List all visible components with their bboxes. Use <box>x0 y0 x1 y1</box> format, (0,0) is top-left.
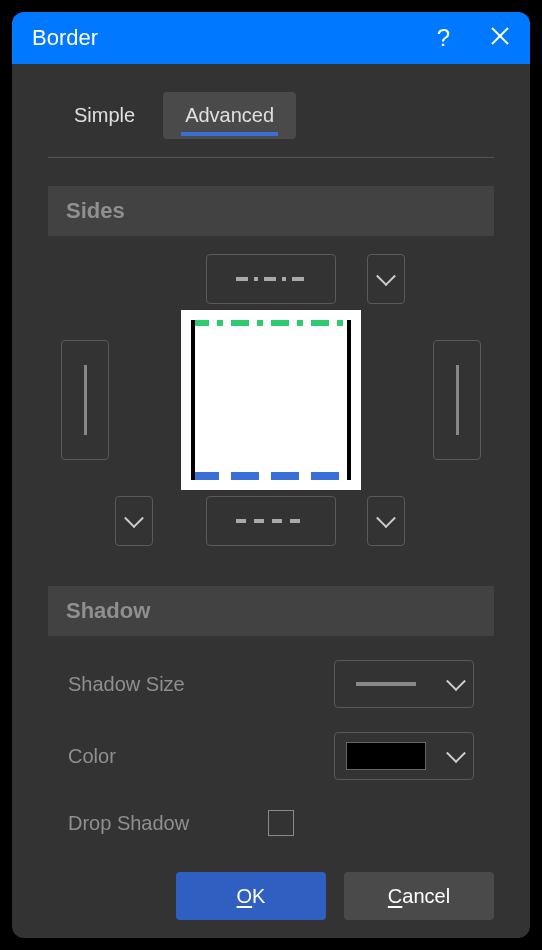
shadow-size-label: Shadow Size <box>68 673 334 696</box>
left-border-style-button[interactable] <box>61 340 109 460</box>
chevron-down-icon <box>376 508 396 528</box>
bottom-border-style-button[interactable] <box>206 496 336 546</box>
shadow-size-combo[interactable] <box>334 660 474 708</box>
section-sides-header: Sides <box>48 186 494 236</box>
shadow-size-row: Shadow Size <box>68 660 474 708</box>
cancel-button[interactable]: Cancel <box>344 872 494 920</box>
left-border-dropdown[interactable] <box>115 496 153 546</box>
drop-shadow-label: Drop Shadow <box>68 812 268 835</box>
line-thickness-icon <box>356 682 416 686</box>
titlebar: Border ? <box>12 12 530 64</box>
drop-shadow-row: Drop Shadow <box>68 810 474 836</box>
preview-bottom-border <box>191 472 351 480</box>
right-border-style-button[interactable] <box>433 340 481 460</box>
tab-bar: Simple Advanced <box>12 64 530 139</box>
shadow-color-label: Color <box>68 745 334 768</box>
ok-accesskey: O <box>237 885 253 907</box>
section-sides: Sides <box>48 186 494 546</box>
chevron-down-icon <box>446 743 466 763</box>
border-preview <box>181 310 361 490</box>
ok-button[interactable]: OK <box>176 872 326 920</box>
cancel-accesskey: C <box>388 885 402 907</box>
help-icon[interactable]: ? <box>437 24 450 52</box>
section-shadow-header: Shadow <box>48 586 494 636</box>
chevron-down-icon <box>376 266 396 286</box>
color-swatch <box>346 742 426 770</box>
drop-shadow-checkbox[interactable] <box>268 810 294 836</box>
dialog-footer: OK Cancel <box>176 872 494 920</box>
top-border-style-button[interactable] <box>206 254 336 304</box>
preview-top-border <box>191 320 351 326</box>
shadow-color-combo[interactable] <box>334 732 474 780</box>
dialog-title: Border <box>32 25 437 51</box>
preview-left-border <box>191 320 195 480</box>
vertical-line-icon <box>456 365 459 435</box>
chevron-down-icon <box>446 671 466 691</box>
border-dialog: Border ? Simple Advanced Sides <box>12 12 530 938</box>
vertical-line-icon <box>84 365 87 435</box>
preview-right-border <box>347 320 351 480</box>
divider <box>48 157 494 158</box>
top-border-dropdown[interactable] <box>367 254 405 304</box>
chevron-down-icon <box>124 508 144 528</box>
ok-button-rest: K <box>252 885 265 907</box>
sides-grid <box>48 254 494 546</box>
shadow-color-row: Color <box>68 732 474 780</box>
close-icon[interactable] <box>490 24 510 52</box>
right-border-dropdown[interactable] <box>367 496 405 546</box>
section-shadow: Shadow Shadow Size Color Drop Shadow <box>48 586 494 836</box>
tab-advanced[interactable]: Advanced <box>163 92 296 139</box>
cancel-button-rest: ancel <box>402 885 450 907</box>
tab-simple[interactable]: Simple <box>52 92 157 139</box>
